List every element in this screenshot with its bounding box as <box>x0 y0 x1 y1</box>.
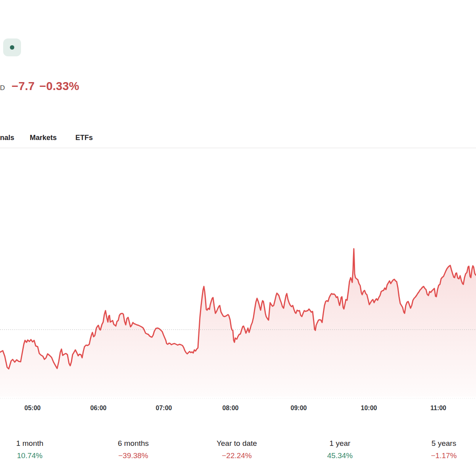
x-tick-11:00: 11:00 <box>430 405 446 412</box>
x-tick-06:00: 06:00 <box>90 405 107 412</box>
x-tick-08:00: 08:00 <box>223 405 239 412</box>
period-value: 45.34% <box>327 451 353 461</box>
tab-bar: nalsMarketsETFs <box>0 134 476 146</box>
period-value: −39.38% <box>118 451 149 461</box>
price-chart[interactable] <box>0 150 476 401</box>
period-label: 5 years <box>431 439 457 448</box>
period-label: Year to date <box>217 439 257 448</box>
x-tick-10:00: 10:00 <box>361 405 377 412</box>
period-value: −1.17% <box>431 451 457 461</box>
chart-area-fill <box>0 249 476 397</box>
asset-badge <box>3 38 21 56</box>
tab-nals[interactable]: nals <box>0 134 14 142</box>
period-value: 10.74% <box>16 451 44 461</box>
currency-suffix-partial: D <box>0 84 5 92</box>
period-1-year[interactable]: 1 year45.34% <box>327 439 353 461</box>
status-dot-icon <box>10 45 14 50</box>
period-label: 1 year <box>327 439 353 448</box>
period-6-months[interactable]: 6 months−39.38% <box>118 439 149 461</box>
tab-markets[interactable]: Markets <box>30 134 57 142</box>
change-percent: −0.33% <box>39 80 79 93</box>
price-change-row: D −7.7 −0.33% <box>0 80 79 93</box>
price-change: −7.7 −0.33% <box>12 80 79 93</box>
x-axis-ticks: 05:0006:0007:0008:0009:0010:0011:00 <box>0 405 476 413</box>
period-5-years[interactable]: 5 years−1.17% <box>431 439 457 461</box>
change-value: −7.7 <box>12 80 35 93</box>
period-1-month[interactable]: 1 month10.74% <box>16 439 44 461</box>
x-tick-09:00: 09:00 <box>291 405 307 412</box>
period-label: 6 months <box>118 439 149 448</box>
x-tick-05:00: 05:00 <box>25 405 41 412</box>
tab-divider <box>0 148 476 148</box>
x-tick-07:00: 07:00 <box>156 405 172 412</box>
price-chart-svg[interactable] <box>0 150 476 401</box>
period-value: −22.24% <box>217 451 257 461</box>
period-performance-row: 1 month10.74%6 months−39.38%Year to date… <box>0 439 476 466</box>
period-year-to-date[interactable]: Year to date−22.24% <box>217 439 257 461</box>
period-label: 1 month <box>16 439 44 448</box>
tab-etfs[interactable]: ETFs <box>75 134 93 142</box>
